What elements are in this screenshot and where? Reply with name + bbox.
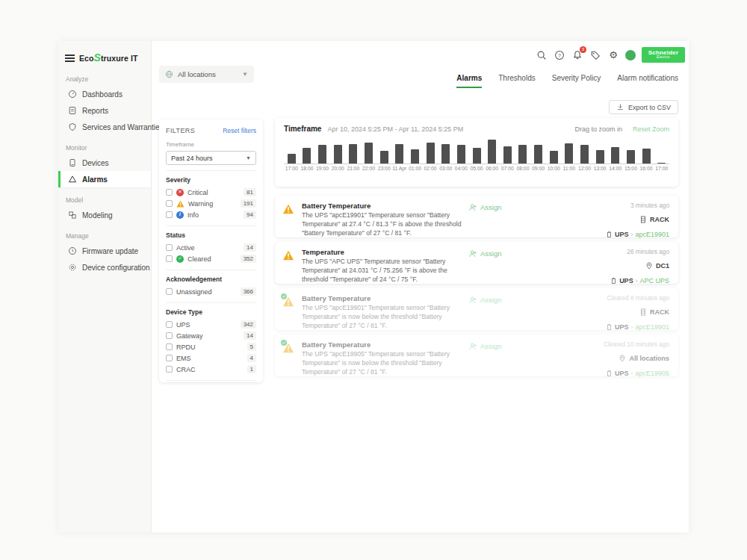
sidebar-item-reports[interactable]: Reports: [58, 102, 151, 119]
sidebar-item-firmware-update[interactable]: Firmware update: [58, 243, 151, 259]
sidebar-item-device-configuration[interactable]: Device configuration: [58, 259, 151, 276]
severity-cell: [282, 248, 296, 284]
bar[interactable]: [438, 144, 453, 164]
bar[interactable]: [515, 145, 531, 164]
tab-thresholds[interactable]: Thresholds: [498, 74, 535, 88]
notifications-bell-icon[interactable]: 3: [571, 49, 583, 61]
checkbox[interactable]: [166, 255, 173, 262]
tag-icon[interactable]: [589, 49, 601, 61]
alarm-device-path: UPS › APC UPS: [610, 277, 669, 284]
user-avatar[interactable]: [625, 50, 636, 60]
bar[interactable]: [592, 150, 608, 164]
filter-option-ups[interactable]: UPS 342: [166, 319, 256, 330]
assign-label: Assign: [480, 203, 502, 211]
checkbox[interactable]: [166, 332, 173, 339]
alarm-location[interactable]: RACK: [639, 308, 669, 316]
filter-option-info[interactable]: i Info 94: [166, 209, 256, 220]
device-link[interactable]: APC UPS: [639, 277, 669, 284]
bar[interactable]: [346, 144, 362, 164]
bar[interactable]: [453, 145, 469, 164]
bar[interactable]: [546, 151, 562, 164]
filter-option-gateway[interactable]: Gateway 14: [166, 330, 256, 341]
bar[interactable]: [607, 147, 623, 164]
sidebar-item-alarms[interactable]: Alarms: [58, 171, 151, 187]
checkbox[interactable]: [166, 189, 173, 196]
assign-button[interactable]: Assign: [468, 340, 565, 377]
checkbox[interactable]: [166, 355, 173, 361]
tab-severity-policy[interactable]: Severity Policy: [552, 74, 601, 88]
firmware-update-icon: [68, 246, 77, 255]
axis-tick-label: 17:00: [654, 166, 669, 171]
bar[interactable]: [530, 145, 546, 164]
filter-option-warning[interactable]: Warning 191: [166, 198, 256, 209]
bar[interactable]: [300, 148, 315, 164]
bar[interactable]: [500, 146, 515, 164]
sidebar-item-dashboards[interactable]: Dashboards: [58, 86, 151, 102]
filter-option-critical[interactable]: ✕ Critical 81: [166, 187, 256, 198]
chevron-right-icon: ›: [631, 231, 633, 238]
bar[interactable]: [654, 163, 669, 164]
location-selector[interactable]: All locations ▼: [159, 66, 254, 83]
settings-gear-icon[interactable]: ⚙: [607, 49, 619, 61]
schneider-electric-logo[interactable]: Schneider Electric: [642, 47, 685, 63]
axis-tick-label: 11 Apr: [391, 166, 407, 171]
alarm-card[interactable]: Battery Temperature The UPS "apcE19905" …: [275, 335, 678, 376]
assign-button[interactable]: Assign: [468, 202, 565, 238]
checkbox[interactable]: [166, 288, 173, 295]
bar[interactable]: [330, 145, 346, 164]
sidebar-item-devices[interactable]: Devices: [58, 155, 151, 171]
bar[interactable]: [376, 151, 392, 164]
filter-option-ems[interactable]: EMS 4: [166, 352, 256, 364]
device-link[interactable]: apcE19901: [635, 231, 669, 238]
filter-option-active[interactable]: Active 14: [166, 242, 256, 253]
alarm-location[interactable]: RACK: [639, 216, 669, 223]
bar[interactable]: [284, 154, 300, 164]
bar[interactable]: [391, 144, 407, 164]
filter-option-crac[interactable]: CRAC 1: [166, 364, 256, 375]
bar[interactable]: [423, 143, 438, 164]
assign-button[interactable]: Assign: [468, 248, 565, 284]
sidebar-item-modeling[interactable]: Modeling: [58, 207, 151, 223]
assign-button[interactable]: Assign: [468, 294, 565, 331]
bar[interactable]: [577, 145, 592, 164]
checkbox[interactable]: [166, 366, 173, 373]
bar[interactable]: [469, 148, 485, 164]
tab-alarms[interactable]: Alarms: [456, 74, 482, 88]
alarm-card[interactable]: Battery Temperature The UPS "apcE19901" …: [275, 288, 678, 330]
tab-alarm-notifications[interactable]: Alarm notifications: [617, 74, 678, 88]
timeframe-select[interactable]: Past 24 hours ▼: [166, 151, 256, 165]
search-icon[interactable]: [536, 49, 548, 61]
device-link[interactable]: apcE19901: [635, 323, 669, 331]
bar[interactable]: [314, 145, 330, 164]
export-csv-button[interactable]: Export to CSV: [609, 100, 678, 114]
alarm-card[interactable]: Battery Temperature The UPS "apcE19901" …: [275, 196, 678, 237]
bar[interactable]: [407, 149, 423, 164]
menu-icon[interactable]: [65, 55, 75, 62]
bar[interactable]: [623, 150, 639, 164]
alarm-frequency-bars[interactable]: [284, 137, 669, 164]
bar[interactable]: [562, 143, 577, 164]
checkbox[interactable]: [166, 321, 173, 328]
alarm-device-path: UPS › apcE19901: [606, 323, 669, 331]
filter-option-rpdu[interactable]: RPDU 5: [166, 341, 256, 352]
assign-person-icon: [468, 296, 477, 305]
reset-zoom-button[interactable]: Reset Zoom: [633, 125, 669, 133]
filter-option-unassigned[interactable]: Unassigned 366: [166, 286, 256, 297]
checkbox[interactable]: [166, 211, 173, 218]
sidebar-item-services-warranties[interactable]: Services and Warranties: [58, 119, 151, 135]
device-link[interactable]: apcE19905: [635, 370, 669, 377]
bar[interactable]: [484, 140, 500, 164]
bar[interactable]: [639, 149, 654, 164]
critical-icon: ✕: [176, 189, 184, 196]
axis-tick-label: 14:00: [607, 166, 623, 171]
checkbox[interactable]: [166, 244, 173, 251]
filter-option-cleared[interactable]: ✓ Cleared 352: [166, 253, 256, 264]
reset-filters-link[interactable]: Reset filters: [223, 127, 256, 134]
alarm-location[interactable]: All locations: [619, 355, 669, 362]
alarm-card[interactable]: Temperature The UPS "APC UPS" Temperatur…: [275, 242, 678, 284]
help-icon[interactable]: ?: [554, 49, 565, 61]
alarm-location[interactable]: DC1: [645, 262, 669, 270]
checkbox[interactable]: [166, 200, 173, 207]
checkbox[interactable]: [166, 343, 173, 350]
bar[interactable]: [361, 143, 376, 164]
